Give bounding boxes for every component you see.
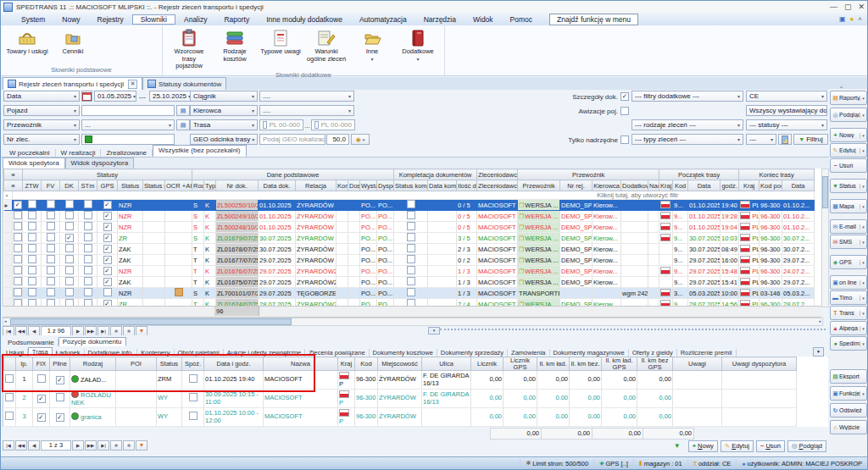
col-header-gps[interactable]: GPS [97,180,118,191]
bcol-header-lp[interactable]: lp. [16,357,33,371]
gps-cell[interactable] [97,222,118,233]
checkbox[interactable] [407,211,415,219]
checkbox[interactable] [47,211,55,219]
ribbon-inne[interactable]: Inne▾ [349,27,395,63]
col-header-kraj2[interactable]: Kraj [739,180,760,191]
spedimo-button[interactable]: ●Spedimo▾ [830,336,867,351]
checkbox[interactable] [28,211,36,219]
subtab-us-ugi[interactable]: Usługi [3,349,28,357]
szczegoly-checkbox[interactable] [620,92,629,101]
ztw-cell[interactable] [23,222,42,233]
group-header-przewo-nik[interactable]: Przewoźnik [518,169,659,180]
bcol-header-status[interactable]: Status [157,357,182,371]
checkbox[interactable] [47,244,55,252]
fix-cell[interactable] [33,371,50,390]
col-header-rodz[interactable]: Rodz [192,180,204,191]
ztw-cell[interactable] [23,244,42,255]
checkbox[interactable] [5,393,14,401]
pager-prev-icon[interactable]: ◀ [28,440,40,451]
stm-cell[interactable] [79,277,97,288]
col-header-data1[interactable]: Data [688,180,721,191]
checkbox[interactable] [14,266,22,274]
filter-pojazd-input[interactable] [81,105,175,116]
bcol-header-km_lad[interactable]: Il. km ład. [537,357,570,371]
col-header-ztw[interactable]: ZTW [23,180,42,191]
col-header-komp[interactable]: Komp [337,180,348,191]
gps-cell[interactable] [97,255,118,266]
ribbon-typowe-uwagi[interactable]: Typowe uwagi [258,27,303,57]
checkbox[interactable] [103,245,112,253]
dk-cell[interactable] [60,255,79,266]
splitter-handle[interactable]: ▾ [440,329,826,335]
checkbox[interactable] [84,222,92,230]
filter-date-to[interactable]: 25.10.2025 [149,91,192,102]
group-header-statusy[interactable]: Statusy [23,169,192,180]
col-header-status_i[interactable]: Status I [143,180,165,191]
trans-button[interactable]: TTrans▾ [830,306,867,320]
raporty-button[interactable]: ▤Raporty▾ [830,91,867,105]
podgl-d-button[interactable]: ◎Podgląd▾ [830,108,867,122]
fix-cell[interactable] [33,390,50,408]
stat_kompl-cell[interactable] [394,200,428,211]
filter-date-from[interactable]: 01.05.2025 [94,91,136,102]
minimize-button[interactable]: — [830,3,837,11]
stm-cell[interactable] [79,266,97,277]
menu-rejestry[interactable]: Rejestry [89,14,132,25]
checkbox[interactable] [65,299,74,306]
usu-button[interactable]: −Usuń [756,440,785,452]
col-header-kod1[interactable]: Kod [673,180,688,191]
checkbox[interactable] [37,374,46,383]
stm-cell[interactable] [79,200,97,211]
checkbox[interactable] [103,234,112,242]
stat_kompl-cell[interactable] [394,288,428,299]
checkbox[interactable] [14,222,22,230]
bcol-header-kod[interactable]: Kod [355,357,378,371]
checkbox[interactable] [56,376,64,384]
gps-cell[interactable] [97,277,118,288]
checkbox[interactable] [189,393,198,401]
filter-rodzaje-dropdown[interactable]: --- rodzaje zleceń --- [632,119,743,130]
checkbox[interactable] [103,201,112,209]
dk-cell[interactable] [60,266,79,277]
pager-star-icon[interactable]: ✱ [123,440,135,451]
checkbox[interactable] [14,233,22,241]
table-row[interactable]: ▸NZRSKZL500250/10/2501.10.2025ŻYRARDÓW (… [4,200,815,211]
ztw-cell[interactable] [23,211,42,222]
window-layout-icon[interactable]: ▣ [839,15,846,23]
gps-cell[interactable] [97,200,118,211]
checkbox[interactable] [65,234,74,242]
table-row[interactable]: ZAKTKZL01675/07/2529.07.2025ŻYRARDÓW2 (.… [4,277,815,288]
pager-prev-icon[interactable]: ◀◀ [15,440,27,451]
chevron-down-icon[interactable]: ▾ [860,240,866,245]
checkbox[interactable] [189,412,198,420]
pilne-cell[interactable] [50,390,70,408]
checkbox[interactable] [103,278,112,286]
checkbox[interactable] [84,277,92,285]
table-row[interactable]: NZRSKZL700101/07/2529.07.2025TĘGOBORZE (… [4,288,815,299]
close-tab-icon[interactable]: ✕ [128,80,137,89]
checkbox[interactable] [103,223,112,231]
doc-tab-rejestr-zlece-transportu-i-spedycji[interactable]: Rejestr zleceń transportu i spedycji✕ [3,77,142,90]
ribbon-dodatkowe[interactable]: Dodatkowe▾ [395,27,441,63]
checkbox[interactable] [56,393,64,401]
col-header-ocr[interactable]: OCR +AI [165,180,192,191]
col-header-dost[interactable]: Dost [348,180,360,191]
ribbon-wzorcowe-trasy-pojazd-w[interactable]: Wzorcowe trasy pojazdów [166,27,212,71]
chevron-down-icon[interactable]: ▾ [860,204,866,209]
table-row[interactable]: NZRSKZL500249/10/2501.10.2025ŻYRARDÓW (P… [4,211,815,222]
checkbox[interactable] [47,255,55,263]
checkbox[interactable] [28,233,36,241]
stm-cell[interactable] [79,233,97,244]
bcol-header-km_bez[interactable]: Il. km bez. [570,357,602,371]
fv-cell[interactable] [42,277,60,288]
gps-cell[interactable] [97,299,118,307]
ribbon-rodzaje-koszt-w[interactable]: Rodzaje kosztów [212,27,258,64]
checkbox[interactable] [65,222,74,230]
bcol-header-uwagi[interactable]: Uwagi [673,357,722,371]
pager-prev-icon[interactable]: |◀ [3,440,14,451]
pager-star-icon[interactable]: ✱ [110,440,122,451]
on-line-button[interactable]: ▣on line▾ [830,275,867,290]
view-tab-widok-dyspozytora[interactable]: Widok dyspozytora [65,158,135,169]
subtab-dokumenty-sprzeda-y[interactable]: Dokumenty sprzedaży [437,349,508,357]
checkbox[interactable] [14,255,22,263]
